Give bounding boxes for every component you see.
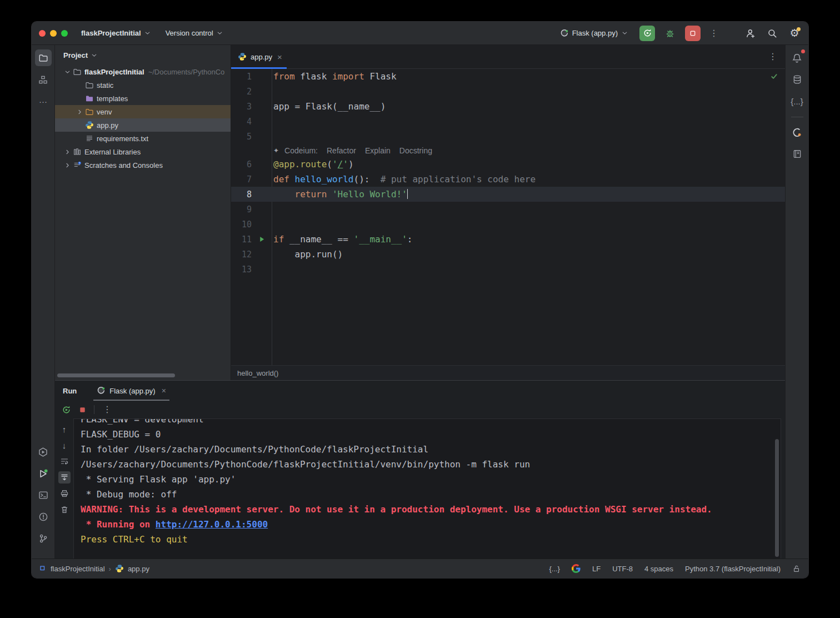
rerun-icon[interactable] xyxy=(62,405,71,415)
stop-button[interactable] xyxy=(685,26,701,41)
scroll-down-icon[interactable]: ↓ xyxy=(58,439,71,451)
more-tools-icon[interactable]: ··· xyxy=(35,93,52,109)
run-tab-flask[interactable]: Flask (app.py) × xyxy=(93,381,169,401)
line-number: 4 xyxy=(231,117,252,127)
codeium-action-refactor[interactable]: Refactor xyxy=(327,146,356,155)
encoding-widget[interactable]: UTF-8 xyxy=(612,565,633,573)
chevron-right-icon[interactable] xyxy=(75,108,84,116)
run-line-icon[interactable] xyxy=(252,236,272,243)
zoom-window-button[interactable] xyxy=(61,30,68,37)
code-line-13[interactable]: 13 xyxy=(231,262,785,277)
codeium-tool-icon[interactable] xyxy=(789,124,806,141)
line-number: 1 xyxy=(231,72,252,82)
sparkle-icon: ✦ xyxy=(273,147,279,154)
codeium-action-docstring[interactable]: Docstring xyxy=(399,146,432,155)
code-line-12[interactable]: 12 app.run() xyxy=(231,247,785,262)
terminal-tool-icon[interactable] xyxy=(35,487,52,504)
settings-gear-icon[interactable]: ⚙ xyxy=(787,26,802,41)
code-line-1[interactable]: 1from flask import Flask xyxy=(231,69,785,84)
clear-console-icon[interactable] xyxy=(58,504,71,516)
tree-item-static[interactable]: static xyxy=(55,78,231,92)
notifications-bell-icon[interactable] xyxy=(789,49,806,66)
code-line-5[interactable]: 5 xyxy=(231,129,785,144)
code-line-8[interactable]: 8 return 'Hello World!' xyxy=(231,187,785,202)
codeium-action-explain[interactable]: Explain xyxy=(365,146,391,155)
console-scrollbar[interactable] xyxy=(775,439,779,557)
line-separator-widget[interactable]: LF xyxy=(592,565,601,573)
code-line-4[interactable]: 4 xyxy=(231,114,785,129)
editor-options-icon[interactable]: ⋮ xyxy=(767,52,778,61)
more-actions-icon[interactable]: ⋮ xyxy=(708,29,719,38)
breadcrumb[interactable]: hello_world() xyxy=(231,365,785,380)
rerun-button[interactable] xyxy=(639,26,655,41)
folder-venv-icon xyxy=(84,107,94,116)
structure-tool-icon[interactable] xyxy=(35,71,52,88)
problems-tool-icon[interactable] xyxy=(35,509,52,525)
code-editor[interactable]: 1from flask import Flask23app = Flask(__… xyxy=(231,69,785,365)
interpreter-widget[interactable]: Python 3.7 (flaskProjectInitial) xyxy=(685,565,781,573)
documentation-tool-icon[interactable] xyxy=(789,146,806,162)
close-run-tab-icon[interactable]: × xyxy=(162,386,166,395)
indent-widget[interactable]: 4 spaces xyxy=(644,565,673,573)
stop-icon[interactable] xyxy=(78,406,87,414)
database-tool-icon[interactable] xyxy=(789,71,806,88)
google-icon[interactable] xyxy=(572,564,581,573)
version-control-widget[interactable]: Version control xyxy=(166,29,223,37)
write-access-lock-icon[interactable] xyxy=(792,565,801,573)
print-icon[interactable] xyxy=(58,487,71,500)
right-activity-bar: {...} xyxy=(785,45,808,559)
close-window-button[interactable] xyxy=(39,30,46,37)
scroll-to-end-icon[interactable] xyxy=(58,471,71,484)
git-tool-icon[interactable] xyxy=(35,530,52,547)
console-link[interactable]: http://127.0.0.1:5000 xyxy=(156,519,268,530)
run-tool-window: Run Flask (app.py) × ⋮ ↑ ↓ xyxy=(55,380,785,559)
debug-button[interactable] xyxy=(663,26,677,41)
code-line-7[interactable]: 7def hello_world(): # put application's … xyxy=(231,172,785,187)
status-file[interactable]: app.py xyxy=(128,565,149,573)
libraries-icon xyxy=(72,147,82,156)
tree-item-requirements-txt[interactable]: requirements.txt xyxy=(55,132,231,145)
tree-item-app-py[interactable]: app.py xyxy=(55,118,231,132)
horizontal-scrollbar[interactable] xyxy=(57,373,175,377)
run-config-selector[interactable]: Flask (app.py) xyxy=(560,29,628,38)
code-line-2[interactable]: 2 xyxy=(231,84,785,99)
tree-item-external-libraries[interactable]: External Libraries xyxy=(55,145,231,158)
code-line-10[interactable]: 10 xyxy=(231,217,785,232)
chevron-right-icon[interactable] xyxy=(63,148,72,156)
code-line-11[interactable]: 11if __name__ == '__main__': xyxy=(231,232,785,247)
tree-item-templates[interactable]: templates xyxy=(55,92,231,105)
status-project[interactable]: flaskProjectInitial xyxy=(51,565,105,573)
project-tool-icon[interactable] xyxy=(35,49,52,66)
soft-wrap-icon[interactable] xyxy=(58,455,71,467)
tab-app-py[interactable]: app.py × xyxy=(231,46,287,68)
run-options-icon[interactable]: ⋮ xyxy=(102,405,113,414)
ai-assistant-icon[interactable]: {...} xyxy=(789,93,806,109)
code-line-9[interactable]: 9 xyxy=(231,202,785,217)
inlay-hints-widget[interactable]: {...} xyxy=(549,565,560,573)
notification-dot xyxy=(801,49,805,53)
minimize-window-button[interactable] xyxy=(50,30,57,37)
run-tool-icon[interactable] xyxy=(35,465,52,482)
chevron-right-icon[interactable] xyxy=(63,162,72,169)
code-line-3[interactable]: 3app = Flask(__name__) xyxy=(231,99,785,114)
close-tab-icon[interactable]: × xyxy=(277,52,282,62)
tree-item-scratches-and-consoles[interactable]: Scratches and Consoles xyxy=(55,158,231,172)
chevron-down-icon[interactable] xyxy=(63,68,72,76)
project-panel-header[interactable]: Project xyxy=(55,45,231,65)
code-text: def hello_world(): # put application's c… xyxy=(272,174,536,185)
project-widget[interactable]: flaskProjectInitial xyxy=(81,29,151,37)
tree-item-flaskprojectinitial[interactable]: flaskProjectInitial~/Documents/PythonCo xyxy=(55,65,231,78)
inspection-ok-icon[interactable] xyxy=(770,72,778,81)
run-console[interactable]: FLASK_ENV = developmentFLASK_DEBUG = 0In… xyxy=(73,418,781,559)
code-with-me-icon[interactable] xyxy=(743,26,757,41)
tree-item-venv[interactable]: venv xyxy=(55,105,231,118)
search-everywhere-icon[interactable] xyxy=(765,26,779,41)
scroll-up-icon[interactable]: ↑ xyxy=(58,423,71,435)
codeium-label: Codeium: xyxy=(284,146,318,155)
tree-item-label: venv xyxy=(97,108,112,116)
line-number: 2 xyxy=(231,87,252,97)
console-line: /Users/zachary/Documents/PythonCode/flas… xyxy=(81,457,781,472)
codeium-inline-hint: ✦Codeium:RefactorExplainDocstring xyxy=(231,144,785,157)
services-tool-icon[interactable] xyxy=(35,443,52,460)
code-line-6[interactable]: 6@app.route('/') xyxy=(231,157,785,172)
